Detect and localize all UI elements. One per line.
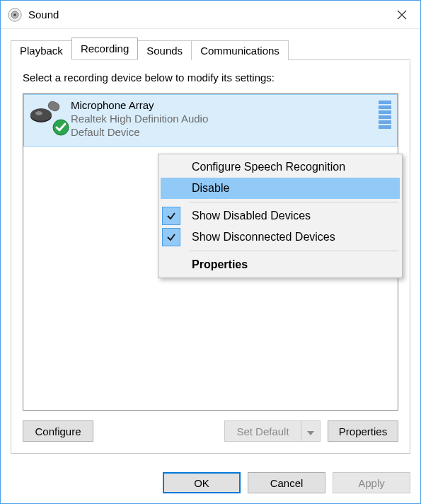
tab-communications[interactable]: Communications [191, 40, 289, 60]
ctx-show-disabled[interactable]: Show Disabled Devices [161, 205, 400, 227]
ctx-label: Disable [192, 182, 229, 195]
tab-sounds[interactable]: Sounds [137, 40, 192, 60]
set-default-dropdown[interactable] [301, 420, 321, 442]
device-row-microphone-array[interactable]: Microphone Array Realtek High Definition… [23, 94, 398, 147]
device-context-menu: Configure Speech Recognition Disable Sho… [158, 154, 403, 278]
device-text: Microphone Array Realtek High Definition… [67, 99, 379, 139]
ctx-disable[interactable]: Disable [161, 178, 400, 199]
device-name: Microphone Array [71, 99, 379, 113]
checkmark-icon [162, 228, 180, 246]
device-status: Default Device [71, 126, 379, 139]
tabpage-buttons: Configure Set Default Properties [23, 420, 398, 442]
tab-playback[interactable]: Playback [11, 40, 72, 60]
dialog-buttons: OK Cancel Apply [1, 462, 420, 503]
level-meter-icon [379, 99, 391, 139]
ok-button[interactable]: OK [163, 472, 241, 493]
device-icon [30, 99, 67, 133]
svg-point-2 [13, 13, 16, 16]
checkmark-icon [162, 207, 180, 225]
ctx-separator [189, 251, 398, 251]
window-title: Sound [28, 8, 383, 21]
titlebar: Sound [1, 1, 420, 29]
sound-dialog: Sound Playback Recording Sounds Communic… [0, 0, 421, 504]
close-button[interactable] [383, 1, 420, 29]
svg-point-7 [35, 111, 42, 115]
ctx-show-disconnected[interactable]: Show Disconnected Devices [161, 227, 400, 248]
ctx-label: Properties [192, 258, 248, 271]
ctx-label: Show Disconnected Devices [192, 231, 335, 244]
properties-button[interactable]: Properties [328, 420, 398, 442]
client-area: Playback Recording Sounds Communications… [1, 29, 420, 462]
device-description: Realtek High Definition Audio [71, 113, 379, 126]
set-default-split-button: Set Default [224, 420, 321, 442]
cancel-button[interactable]: Cancel [248, 472, 325, 493]
ctx-label: Show Disabled Devices [192, 210, 311, 222]
ctx-configure-speech[interactable]: Configure Speech Recognition [161, 156, 400, 178]
configure-button[interactable]: Configure [23, 420, 93, 442]
apply-button[interactable]: Apply [333, 472, 410, 493]
tabstrip: Playback Recording Sounds Communications [11, 38, 410, 59]
ctx-separator [189, 202, 398, 202]
sound-app-icon [8, 8, 22, 22]
ctx-properties[interactable]: Properties [161, 254, 400, 275]
tab-recording[interactable]: Recording [71, 38, 138, 59]
default-check-badge-icon [52, 119, 69, 136]
set-default-button[interactable]: Set Default [224, 420, 301, 442]
ctx-label: Configure Speech Recognition [192, 161, 345, 173]
chevron-down-icon [307, 425, 314, 437]
instruction-text: Select a recording device below to modif… [23, 71, 398, 84]
